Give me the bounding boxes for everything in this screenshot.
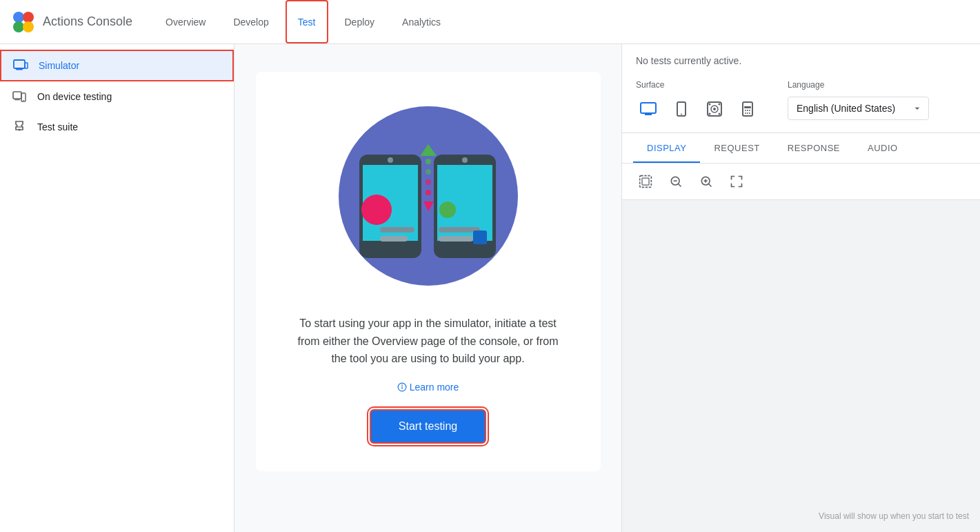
svg-point-46	[709, 113, 711, 115]
surface-speaker-btn[interactable]	[702, 97, 727, 121]
svg-line-60	[679, 184, 681, 187]
svg-rect-26	[473, 230, 487, 244]
svg-rect-56	[640, 176, 652, 188]
surface-keypad-btn[interactable]	[735, 97, 760, 121]
tab-display[interactable]: DISPLAY	[633, 133, 700, 163]
right-panel: No tests currently active. Surface	[621, 44, 980, 532]
svg-rect-19	[380, 236, 408, 242]
svg-point-22	[462, 157, 468, 163]
surface-screen-btn[interactable]	[636, 97, 661, 121]
nav-analytics[interactable]: Analytics	[391, 0, 452, 43]
nav-links: Overview Develop Test Deploy Analytics	[154, 0, 452, 43]
info-icon	[397, 382, 407, 392]
svg-point-47	[719, 113, 721, 115]
svg-point-52	[749, 110, 750, 111]
svg-point-55	[749, 112, 750, 114]
svg-point-1	[23, 12, 34, 23]
simulator-card: To start using your app in the simulator…	[256, 72, 601, 471]
svg-point-54	[747, 112, 748, 114]
svg-line-64	[709, 184, 712, 187]
svg-point-43	[713, 108, 716, 110]
svg-rect-25	[439, 236, 473, 242]
surface-icons	[636, 97, 760, 121]
tab-request[interactable]: REQUEST	[700, 133, 773, 163]
svg-point-28	[426, 179, 431, 185]
svg-point-35	[401, 384, 403, 386]
sidebar-item-simulator[interactable]: Simulator	[0, 50, 234, 81]
center-content: To start using your app in the simulator…	[234, 44, 621, 532]
top-nav: Actions Console Overview Develop Test De…	[0, 0, 980, 44]
svg-rect-9	[14, 99, 20, 100]
speaker-icon	[707, 101, 722, 117]
sidebar-item-test-suite[interactable]: Test suite	[0, 112, 234, 142]
svg-point-29	[426, 169, 431, 175]
surface-phone-btn[interactable]	[669, 97, 694, 121]
nav-test[interactable]: Test	[286, 0, 328, 43]
svg-rect-18	[380, 227, 414, 233]
zoom-out-button[interactable]	[663, 169, 688, 194]
simulator-icon	[12, 59, 29, 72]
app-logo[interactable]: Actions Console	[11, 10, 132, 35]
language-label: Language	[788, 80, 929, 90]
app-title: Actions Console	[43, 14, 132, 29]
on-device-testing-label: On device testing	[37, 91, 112, 102]
svg-point-45	[719, 104, 721, 106]
right-panel-body: Visual will show up when you start to te…	[622, 200, 980, 532]
simulator-description: To start using your app in the simulator…	[297, 315, 559, 368]
svg-rect-8	[13, 92, 21, 99]
nav-overview[interactable]: Overview	[154, 0, 217, 43]
surface-label: Surface	[636, 80, 760, 90]
svg-point-11	[23, 100, 23, 101]
test-suite-icon	[11, 120, 28, 134]
screen-icon	[640, 102, 657, 116]
fullscreen-button[interactable]	[724, 169, 749, 194]
svg-point-12	[19, 129, 21, 131]
svg-point-53	[745, 112, 746, 114]
svg-rect-49	[744, 106, 751, 108]
svg-point-27	[426, 190, 431, 195]
simulator-label: Simulator	[39, 60, 79, 71]
language-select[interactable]: English (United States) English (United …	[788, 97, 929, 120]
nav-deploy[interactable]: Deploy	[334, 0, 386, 43]
keypad-icon	[742, 101, 753, 117]
on-device-icon	[11, 90, 28, 104]
simulator-illustration	[332, 99, 525, 293]
surface-language-row: Surface	[636, 80, 966, 121]
svg-point-40	[681, 114, 682, 115]
tab-audio[interactable]: AUDIO	[854, 133, 912, 163]
svg-point-44	[709, 104, 711, 106]
main-layout: Simulator On device testing	[0, 44, 980, 532]
sidebar: Simulator On device testing	[0, 44, 234, 532]
zoom-out-icon	[669, 175, 683, 188]
svg-point-30	[426, 159, 431, 164]
zoom-in-button[interactable]	[694, 169, 719, 194]
svg-rect-7	[25, 63, 28, 68]
visual-placeholder-text: Visual will show up when you start to te…	[819, 511, 969, 521]
fit-screen-icon	[639, 175, 652, 188]
svg-rect-57	[642, 178, 649, 185]
fullscreen-icon	[730, 175, 743, 188]
svg-rect-6	[18, 68, 21, 70]
surface-section: Surface	[636, 80, 760, 121]
right-panel-toolbar	[622, 164, 980, 200]
language-section: Language English (United States) English…	[788, 80, 929, 120]
tab-response[interactable]: RESPONSE	[774, 133, 854, 163]
learn-more-link[interactable]: Learn more	[397, 382, 459, 393]
zoom-in-icon	[699, 175, 713, 188]
svg-point-0	[13, 12, 24, 23]
no-tests-text: No tests currently active.	[636, 55, 966, 66]
svg-point-16	[388, 157, 393, 163]
right-panel-top: No tests currently active. Surface	[622, 44, 980, 133]
phone-icon	[677, 101, 686, 117]
google-logo-icon	[11, 10, 36, 35]
svg-point-3	[23, 21, 34, 32]
svg-point-50	[745, 110, 746, 111]
svg-rect-4	[14, 60, 25, 68]
svg-point-51	[747, 110, 748, 111]
test-suite-label: Test suite	[37, 121, 78, 132]
nav-develop[interactable]: Develop	[222, 0, 279, 43]
right-panel-tabs: DISPLAY REQUEST RESPONSE AUDIO	[622, 133, 980, 164]
fit-screen-button[interactable]	[633, 169, 658, 194]
sidebar-item-on-device-testing[interactable]: On device testing	[0, 81, 234, 112]
start-testing-button[interactable]: Start testing	[370, 409, 486, 444]
